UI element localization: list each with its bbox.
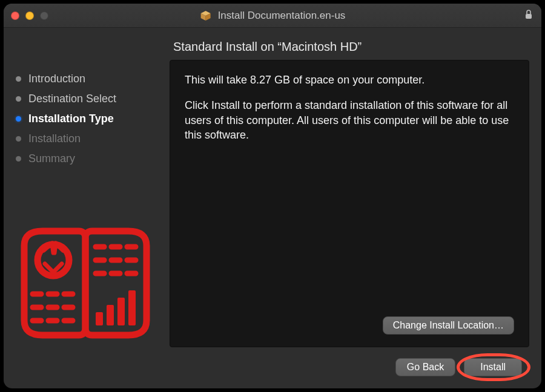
install-steps-sidebar: Introduction Destination Select Installa… [16, 39, 161, 347]
installer-window: Install Documentation.en-us Introduction [4, 4, 541, 388]
step-bullet-icon [16, 156, 21, 162]
svg-rect-14 [128, 290, 136, 325]
footer-buttons: Go Back Install [16, 354, 529, 377]
step-destination-select: Destination Select [16, 93, 161, 105]
step-installation: Installation [16, 132, 161, 145]
title-bar: Install Documentation.en-us [4, 4, 541, 28]
svg-rect-13 [117, 298, 125, 325]
step-introduction: Introduction [16, 73, 161, 85]
step-bullet-icon [16, 116, 21, 122]
lock-icon[interactable] [524, 9, 533, 22]
step-bullet-icon [16, 76, 21, 82]
window-controls [11, 11, 48, 20]
disk-space-text: This will take 8.27 GB of space on your … [185, 73, 514, 87]
go-back-button[interactable]: Go Back [395, 358, 455, 376]
step-label: Destination Select [28, 93, 116, 105]
content-box: This will take 8.27 GB of space on your … [170, 60, 529, 347]
close-window-button[interactable] [11, 11, 19, 20]
step-label: Introduction [28, 73, 85, 85]
svg-rect-3 [526, 14, 532, 19]
change-install-location-button[interactable]: Change Install Location… [383, 316, 514, 335]
step-summary: Summary [16, 152, 161, 165]
main-content: Standard Install on “Macintosh HD” This … [170, 39, 529, 347]
step-bullet-icon [16, 136, 21, 142]
step-label: Installation [28, 132, 81, 145]
install-button[interactable]: Install [464, 358, 522, 376]
step-label: Summary [28, 152, 75, 165]
install-description: Click Install to perform a standard inst… [185, 98, 514, 142]
step-installation-type: Installation Type [16, 113, 161, 125]
svg-rect-12 [107, 305, 114, 325]
zoom-window-button[interactable] [40, 11, 48, 20]
svg-rect-11 [96, 312, 103, 325]
step-bullet-icon [16, 96, 21, 102]
documentation-book-icon [16, 221, 161, 347]
window-title-text: Install Documentation.en-us [218, 10, 346, 22]
step-label: Installation Type [28, 113, 114, 125]
minimize-window-button[interactable] [25, 11, 34, 20]
install-button-highlight: Install [464, 358, 522, 376]
window-title: Install Documentation.en-us [200, 10, 346, 22]
content-text: This will take 8.27 GB of space on your … [185, 73, 514, 153]
package-icon [200, 10, 212, 22]
content-heading: Standard Install on “Macintosh HD” [173, 40, 529, 54]
